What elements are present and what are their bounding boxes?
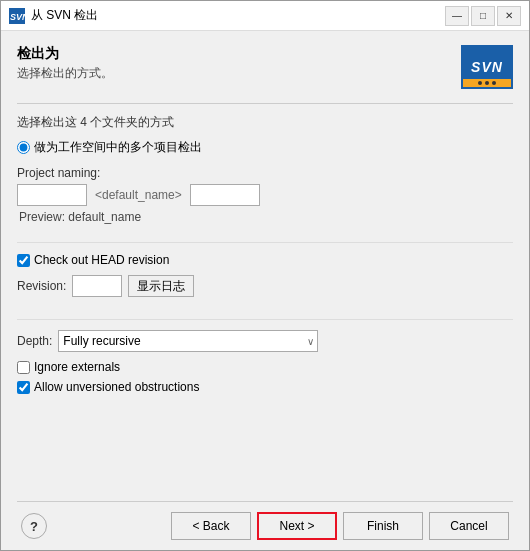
radio-multiple-projects[interactable]	[17, 141, 30, 154]
page-title: 检出为	[17, 45, 461, 63]
depth-select[interactable]: Fully recursive Immediate children Only …	[58, 330, 318, 352]
minimize-button[interactable]: —	[445, 6, 469, 26]
separator-2	[17, 319, 513, 320]
depth-select-wrapper: Fully recursive Immediate children Only …	[58, 330, 318, 352]
titlebar: SVN 从 SVN 检出 — □ ✕	[1, 1, 529, 31]
allow-unversioned-label: Allow unversioned obstructions	[34, 380, 199, 394]
bottom-section: ? < Back Next > Finish Cancel	[17, 501, 513, 540]
bottom-buttons-row: ? < Back Next > Finish Cancel	[17, 512, 513, 540]
main-window: SVN 从 SVN 检出 — □ ✕ 检出为 选择检出的方式。 SVN	[0, 0, 530, 551]
back-button[interactable]: < Back	[171, 512, 251, 540]
ignore-externals-label: Ignore externals	[34, 360, 120, 374]
revision-label: Revision:	[17, 279, 66, 293]
revision-row: Revision: 显示日志	[17, 275, 513, 297]
checkout-row: Check out HEAD revision	[17, 253, 513, 267]
bottom-divider	[17, 501, 513, 502]
allow-unversioned-row: Allow unversioned obstructions	[17, 380, 513, 394]
header-text: 检出为 选择检出的方式。	[17, 45, 461, 82]
header-section: 检出为 选择检出的方式。 SVN	[17, 45, 513, 89]
ignore-externals-checkbox[interactable]	[17, 361, 30, 374]
project-naming-section: Project naming: <default_name> Preview: …	[17, 166, 513, 224]
separator-1	[17, 242, 513, 243]
svn-dot-3	[492, 81, 496, 85]
top-divider	[17, 103, 513, 104]
section-title: 选择检出这 4 个文件夹的方式	[17, 114, 513, 131]
titlebar-left: SVN 从 SVN 检出	[9, 7, 98, 24]
checkout-head-label: Check out HEAD revision	[34, 253, 169, 267]
titlebar-buttons: — □ ✕	[445, 6, 521, 26]
svn-logo: SVN	[461, 45, 513, 89]
allow-unversioned-checkbox[interactable]	[17, 381, 30, 394]
radio-label-multiple: 做为工作空间中的多个项目检出	[34, 139, 202, 156]
project-naming-row: <default_name>	[17, 184, 513, 206]
placeholder-text: <default_name>	[91, 188, 186, 202]
svn-logo-dots	[478, 81, 496, 85]
help-button[interactable]: ?	[21, 513, 47, 539]
project-naming-label: Project naming:	[17, 166, 513, 180]
ignore-externals-row: Ignore externals	[17, 360, 513, 374]
show-log-button[interactable]: 显示日志	[128, 275, 194, 297]
nav-buttons: < Back Next > Finish Cancel	[171, 512, 509, 540]
content-area: 检出为 选择检出的方式。 SVN 选择检出这 4 个文件夹的方式	[1, 31, 529, 550]
maximize-button[interactable]: □	[471, 6, 495, 26]
depth-row: Depth: Fully recursive Immediate childre…	[17, 330, 513, 352]
preview-text: Preview: default_name	[19, 210, 513, 224]
svn-logo-text: SVN	[471, 60, 503, 74]
cancel-button[interactable]: Cancel	[429, 512, 509, 540]
svn-dot-1	[478, 81, 482, 85]
radio-option-row: 做为工作空间中的多个项目检出	[17, 139, 513, 156]
checkout-head-checkbox[interactable]	[17, 254, 30, 267]
window-icon: SVN	[9, 8, 25, 24]
project-suffix-input[interactable]	[190, 184, 260, 206]
revision-input[interactable]	[72, 275, 122, 297]
svn-logo-bar	[463, 79, 511, 87]
next-button[interactable]: Next >	[257, 512, 337, 540]
project-prefix-input[interactable]	[17, 184, 87, 206]
close-button[interactable]: ✕	[497, 6, 521, 26]
finish-button[interactable]: Finish	[343, 512, 423, 540]
page-subtitle: 选择检出的方式。	[17, 65, 461, 82]
window-title: 从 SVN 检出	[31, 7, 98, 24]
depth-label: Depth:	[17, 334, 52, 348]
svn-dot-2	[485, 81, 489, 85]
spacer	[17, 400, 513, 501]
svg-text:SVN: SVN	[10, 12, 25, 22]
